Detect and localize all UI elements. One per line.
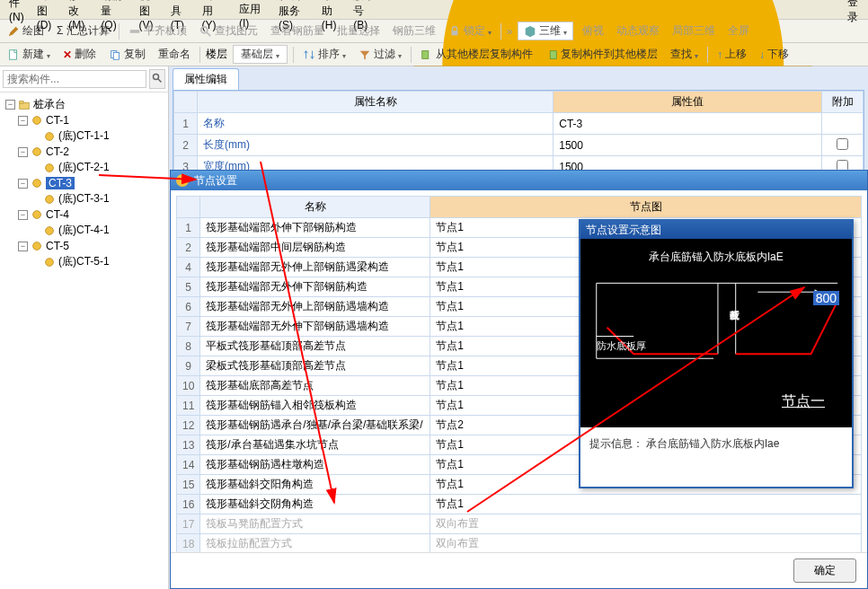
svg-point-23: [46, 258, 54, 266]
svg-point-15: [46, 132, 54, 140]
tree-leaf[interactable]: (底)CT-4-1: [0, 222, 168, 239]
copy-to-floor-button[interactable]: 复制构件到其他楼层: [542, 45, 661, 64]
rename-button[interactable]: 重命名: [155, 45, 194, 64]
view-rebar-button[interactable]: 查看钢筋量: [267, 22, 328, 40]
login-link[interactable]: 登录: [842, 0, 864, 27]
toolbar-edit: 新建 ✕删除 复制 重命名 楼层 基础层 排序 过滤 从其他楼层复制构件 复制构…: [0, 43, 868, 66]
tree-node-ct4[interactable]: −CT-4: [0, 207, 168, 222]
filter-button[interactable]: 过滤: [355, 45, 405, 64]
svg-rect-8: [422, 50, 429, 58]
svg-line-3: [207, 31, 210, 35]
svg-point-19: [46, 195, 54, 203]
sort-icon: [303, 48, 315, 61]
node-row[interactable]: 16筏形基础斜交阴角构造节点1: [177, 495, 862, 514]
draw-button[interactable]: 绘图: [4, 22, 48, 40]
pencil-icon: [7, 25, 20, 38]
sidebar: −桩承台−CT-1(底)CT-1-1−CT-2(底)CT-2-1−CT-3(底)…: [0, 66, 169, 589]
svg-point-14: [33, 117, 41, 125]
dynamic-observe-button[interactable]: 动态观察: [613, 22, 663, 40]
chevron-down-icon: [398, 48, 402, 61]
node-row[interactable]: 17筏板马凳筋配置方式双向布置: [177, 514, 862, 534]
copy-icon: [109, 48, 121, 61]
diagram-canvas: 承台底筋锚入防水底板内laE 800 防水底板厚 截断长度 节点一: [580, 239, 852, 427]
view3d-select[interactable]: 三维: [518, 22, 573, 40]
sort-button[interactable]: 排序: [299, 45, 350, 64]
chevron-down-icon: [563, 25, 567, 38]
node-row[interactable]: 18筏板拉筋配置方式双向布置: [177, 534, 862, 553]
summary-button[interactable]: Σ 汇总计算: [53, 22, 113, 40]
find-element-button[interactable]: 查找图元: [196, 22, 261, 40]
svg-rect-4: [451, 31, 457, 35]
tree-node-ct5[interactable]: −CT-5: [0, 239, 168, 253]
tree-node-ct3[interactable]: −CT-3: [0, 176, 168, 190]
tree-leaf[interactable]: (底)CT-5-1: [0, 253, 168, 270]
dialog-title: 节点设置: [194, 173, 237, 189]
toolbar-view: 绘图 Σ 汇总计算 平齐板顶 查找图元 查看钢筋量 批量选择 钢筋三维 锁定 »…: [0, 20, 868, 43]
chevron-down-icon: [695, 48, 698, 61]
diagram-top-text: 承台底筋锚入防水底板内laE: [580, 250, 852, 265]
tree-root[interactable]: −桩承台: [0, 96, 168, 113]
property-grid[interactable]: 属性名称属性值附加 1名称CT-32长度(mm)15003宽度(mm)1500: [173, 90, 864, 179]
perspective-button[interactable]: 俯视: [579, 22, 607, 40]
tree-leaf[interactable]: (底)CT-3-1: [0, 190, 168, 207]
svg-line-11: [158, 78, 162, 82]
search-icon: [199, 25, 212, 38]
copy-button[interactable]: 复制: [105, 45, 149, 64]
dialog-titlebar[interactable]: 节点设置: [171, 171, 867, 190]
import-icon: [421, 48, 433, 61]
chevron-down-icon: [342, 48, 346, 61]
tree-node-ct2[interactable]: −CT-2: [0, 145, 168, 159]
col-node-name: 名称: [200, 197, 430, 218]
svg-rect-7: [113, 52, 119, 59]
export-icon: [545, 48, 558, 61]
move-up-button[interactable]: ↑上移: [713, 45, 750, 64]
svg-point-21: [46, 226, 54, 234]
svg-point-16: [33, 148, 41, 156]
component-tree[interactable]: −桩承台−CT-1(底)CT-1-1−CT-2(底)CT-2-1−CT-3(底)…: [0, 92, 168, 589]
col-name: 属性名称: [198, 92, 554, 113]
lock-button[interactable]: 锁定: [445, 22, 495, 40]
lock-icon: [448, 25, 461, 38]
copy-from-floor-button[interactable]: 从其他楼层复制构件: [417, 45, 536, 64]
dialog-icon: [176, 174, 189, 187]
extra-checkbox[interactable]: [837, 138, 848, 150]
local-3d-button[interactable]: 局部三维: [669, 22, 719, 40]
chevron-down-icon: [276, 48, 279, 61]
chevron-down-icon: [488, 25, 492, 38]
new-button[interactable]: 新建: [4, 45, 54, 64]
diagram-node-label: 节点一: [782, 392, 825, 411]
diagram-value[interactable]: 800: [813, 291, 839, 305]
svg-rect-13: [20, 101, 23, 103]
search-button[interactable]: [149, 69, 165, 89]
col-extra: 附加: [822, 92, 864, 113]
col-node-image: 节点图: [430, 197, 862, 218]
fullscreen-button[interactable]: 全屏: [724, 22, 753, 40]
find-button[interactable]: 查找: [667, 45, 702, 64]
tree-node-ct1[interactable]: −CT-1: [0, 113, 168, 127]
floor-label: 楼层: [206, 47, 227, 62]
tab-properties[interactable]: 属性编辑: [173, 68, 239, 90]
delete-button[interactable]: ✕删除: [59, 45, 100, 64]
property-row[interactable]: 1名称CT-3: [174, 113, 864, 135]
node-diagram-popup: 节点设置示意图 承台底筋锚入防水底板内laE 800 防水底板厚 截断长度 节点…: [579, 219, 854, 488]
svg-point-2: [201, 26, 208, 32]
search-icon: [152, 73, 163, 84]
cube-icon: [524, 25, 536, 38]
col-value: 属性值: [554, 92, 822, 113]
batch-select-button[interactable]: 批量选择: [333, 22, 384, 40]
menubar: 件(N) 绘图(D) 修改(M) 钢筋量(Q) 视图(V) 工具(T) 云应用(…: [0, 0, 868, 20]
move-down-button[interactable]: ↓下移: [756, 45, 793, 64]
new-icon: [7, 48, 20, 61]
rebar-3d-button[interactable]: 钢筋三维: [389, 22, 439, 40]
svg-point-17: [46, 163, 54, 171]
tree-leaf[interactable]: (底)CT-2-1: [0, 159, 168, 176]
search-input[interactable]: [3, 70, 146, 88]
tree-leaf[interactable]: (底)CT-1-1: [0, 127, 168, 145]
property-row[interactable]: 2长度(mm)1500: [174, 135, 864, 156]
slab-icon: [128, 25, 141, 38]
floor-select[interactable]: 基础层: [233, 45, 288, 64]
ok-button[interactable]: 确定: [793, 558, 856, 583]
svg-rect-9: [550, 50, 556, 58]
flat-top-button[interactable]: 平齐板顶: [125, 22, 190, 40]
diagram-slab-label: 防水底板厚: [597, 339, 646, 353]
